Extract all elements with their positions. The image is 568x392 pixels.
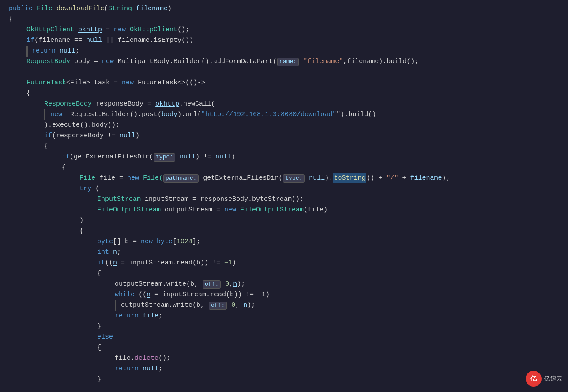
code-line: { bbox=[0, 14, 568, 25]
type-file: File bbox=[37, 4, 56, 14]
semi3: ); bbox=[237, 279, 245, 289]
code-line: ResponseBody responseBody = okhttp .newC… bbox=[0, 99, 568, 109]
while-cond: (( bbox=[139, 290, 147, 300]
or-op: || filename.isEmpty()) bbox=[102, 35, 193, 45]
byte-arr: [] b = bbox=[113, 237, 141, 247]
brace-open3: { bbox=[44, 141, 48, 151]
space5 bbox=[221, 279, 225, 289]
space bbox=[299, 57, 303, 67]
file-assign: file = bbox=[99, 173, 127, 183]
brace-open2: { bbox=[26, 88, 30, 98]
type-requestbody: RequestBody bbox=[26, 57, 74, 67]
keyword-public: public bbox=[9, 4, 37, 14]
brace-open7: { bbox=[97, 343, 101, 353]
paren-open: ( bbox=[104, 4, 108, 14]
bracket-close-semi: ]; bbox=[192, 237, 200, 247]
keyword-else: else bbox=[97, 332, 113, 342]
dot: ). bbox=[325, 173, 333, 183]
keyword-new3: new bbox=[122, 78, 138, 88]
body-rest: ,filename).build(); bbox=[343, 57, 418, 67]
execute-body: ).execute().body(); bbox=[44, 120, 120, 130]
concat: () + bbox=[366, 173, 386, 183]
str-slash: "/" bbox=[386, 173, 398, 183]
var-okhttp2: okhttp bbox=[155, 99, 179, 109]
keyword-new7: new bbox=[141, 237, 157, 247]
vertical-bar3 bbox=[115, 300, 116, 311]
type-file2: File bbox=[79, 173, 99, 183]
futuretask-lambda: FutureTask<>(()-> bbox=[138, 78, 205, 88]
keyword-while: while bbox=[115, 290, 139, 300]
keyword-new4: new bbox=[50, 109, 66, 120]
badge-type2: type: bbox=[283, 174, 305, 183]
url-string: "http://192.168.1.3:8080/download" bbox=[201, 109, 336, 120]
code-line: return file ; bbox=[0, 311, 568, 321]
code-line: outputStream.write(b, off: 0 , n ); bbox=[0, 279, 568, 290]
badge-off2: off: bbox=[209, 302, 227, 310]
neq: ) != bbox=[196, 152, 215, 162]
body-assign: body = bbox=[74, 57, 102, 67]
type-responsebody: ResponseBody bbox=[44, 99, 96, 109]
delete-semi: (); bbox=[158, 353, 170, 363]
paren-close2: ) bbox=[79, 215, 83, 226]
plus: + bbox=[398, 173, 410, 183]
null-kw5: null bbox=[309, 173, 325, 183]
code-line: } bbox=[0, 321, 568, 332]
badge-type: type: bbox=[154, 153, 175, 162]
var-n3: n bbox=[233, 279, 237, 289]
var-n4: n bbox=[147, 290, 150, 300]
code-line: else bbox=[0, 332, 568, 343]
brace-open6: { bbox=[97, 268, 101, 279]
keyword-byte: byte bbox=[97, 237, 113, 247]
n-assign: = inputStream.read(b)) != bbox=[117, 258, 224, 268]
var-n: n bbox=[113, 247, 117, 257]
var-filename: filename bbox=[136, 4, 168, 14]
null-kw2: null bbox=[120, 131, 135, 141]
outputstream-write2: outputStream.write(b, bbox=[121, 300, 208, 310]
code-line: return null ; bbox=[0, 364, 568, 374]
comma: , bbox=[229, 279, 233, 289]
keyword-if2: if bbox=[44, 131, 52, 141]
code-line: { bbox=[0, 141, 568, 152]
code-line: try ( bbox=[0, 184, 568, 194]
vertical-bar bbox=[26, 46, 28, 57]
keyword-if3: if bbox=[62, 152, 70, 162]
watermark: 亿 亿速云 bbox=[526, 371, 563, 387]
code-container: public File downloadFile ( String filena… bbox=[0, 0, 568, 392]
badge-off: off: bbox=[203, 280, 221, 289]
num-0: 0 bbox=[225, 279, 229, 289]
null-kw3: null bbox=[180, 152, 196, 162]
code-line: { bbox=[0, 268, 568, 279]
code-line: InputStream inputStream = responseBody.b… bbox=[0, 194, 568, 205]
code-line: { bbox=[0, 226, 568, 237]
keyword-new5: new bbox=[127, 173, 143, 183]
code-line: int n ; bbox=[0, 247, 568, 258]
comma2: , bbox=[235, 300, 243, 310]
brace-open4: { bbox=[62, 162, 66, 173]
code-line: } bbox=[0, 374, 568, 385]
code-line bbox=[0, 67, 568, 78]
paren-open3: (( bbox=[105, 258, 113, 268]
keyword-try: try bbox=[79, 184, 95, 194]
code-line: if (getExternalFilesDir( type: null ) !=… bbox=[0, 152, 568, 162]
code-line: { bbox=[0, 162, 568, 173]
str-filename: "filename" bbox=[303, 57, 343, 67]
paren-c2: ) bbox=[231, 152, 235, 162]
call-end: (); bbox=[177, 25, 189, 35]
url-call: ).url( bbox=[177, 109, 201, 120]
brace-open5: { bbox=[79, 226, 83, 236]
badge-name: name: bbox=[277, 58, 299, 66]
space2 bbox=[176, 152, 180, 162]
brace-open: { bbox=[9, 14, 13, 24]
code-line: { bbox=[0, 343, 568, 353]
op-assign: = bbox=[102, 25, 114, 35]
code-line: OkHttpClient okhttp = new OkHttpClient (… bbox=[0, 25, 568, 35]
keyword-return: return bbox=[32, 46, 60, 56]
null-val: null bbox=[60, 46, 75, 56]
code-line: ) bbox=[0, 215, 568, 226]
code-line: FileOutputStream outputStream = new File… bbox=[0, 205, 568, 215]
newcall: .newCall( bbox=[179, 99, 215, 109]
file-dot: file. bbox=[115, 353, 135, 363]
type-string: String bbox=[108, 4, 136, 14]
type-okhttpclient: OkHttpClient bbox=[26, 25, 78, 35]
semi4: ); bbox=[247, 300, 255, 310]
